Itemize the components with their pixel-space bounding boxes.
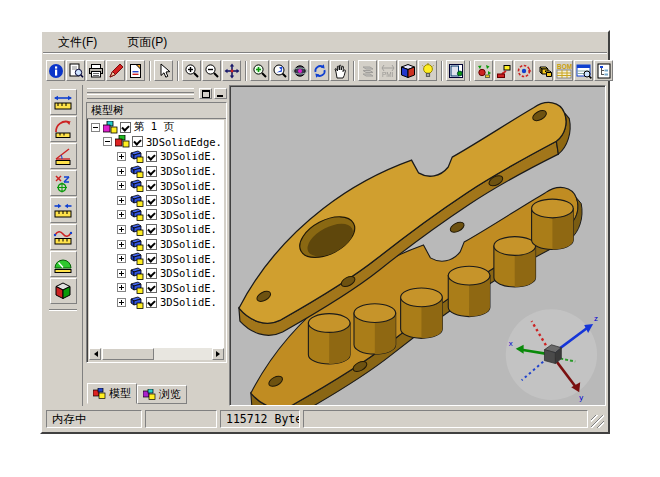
explode-button[interactable] [474, 60, 493, 81]
rotate-button[interactable] [310, 60, 329, 81]
zoom-area-button[interactable] [270, 60, 289, 81]
measure-angle-button[interactable] [50, 143, 77, 169]
tree-row-part[interactable]: 3DSolidE. [89, 149, 224, 164]
visibility-checkbox[interactable] [146, 224, 157, 235]
print-button[interactable] [86, 60, 105, 81]
visibility-checkbox[interactable] [120, 122, 131, 133]
part-properties-button[interactable] [574, 60, 593, 81]
measure-curve-length-icon [53, 227, 73, 247]
tree-row-part[interactable]: 3DSolidE. [89, 178, 224, 193]
move-part-icon [496, 63, 512, 79]
rotate-part-icon [516, 63, 532, 79]
status-message [303, 410, 588, 428]
tab-browse-label: 浏览 [159, 387, 181, 402]
visibility-checkbox[interactable] [132, 136, 143, 147]
tree-row-part[interactable]: 3DSolidE. [89, 208, 224, 223]
measure-curve-length-button[interactable] [50, 224, 77, 250]
tree-horizontal-scrollbar[interactable] [89, 348, 224, 360]
viewport-canvas[interactable]: z x y [229, 85, 606, 406]
main-toolbar: PMI BOM [42, 54, 608, 87]
light-button[interactable] [418, 60, 437, 81]
bom-button[interactable]: BOM [554, 60, 573, 81]
visibility-checkbox[interactable] [146, 151, 157, 162]
tab-browse[interactable]: 浏览 [137, 385, 187, 404]
tree-row-part[interactable]: 3DSolidE. [89, 193, 224, 208]
export-button[interactable] [126, 60, 145, 81]
measure-distance-button[interactable] [50, 89, 77, 115]
collapse-icon[interactable] [91, 123, 100, 132]
view-orientation-button[interactable] [398, 60, 417, 81]
visibility-checkbox[interactable] [146, 166, 157, 177]
visibility-checkbox[interactable] [146, 239, 157, 250]
render-settings-button[interactable] [446, 60, 465, 81]
part-icon [129, 194, 144, 207]
about-button[interactable] [46, 60, 65, 81]
expand-icon[interactable] [117, 196, 126, 205]
tree-row-part[interactable]: 3DSolidE. [89, 266, 224, 281]
model-tree[interactable]: 第 1 页 3DSolidEdge. 3DSolidE. 3DSolidE. 3… [89, 120, 224, 348]
measure-radius-button[interactable] [50, 116, 77, 142]
scrollbar-track[interactable] [154, 348, 212, 360]
tree-row-part[interactable]: 3DSolidE. [89, 164, 224, 179]
toolbar-separator [353, 61, 355, 81]
expand-icon[interactable] [117, 181, 126, 190]
expand-icon[interactable] [117, 283, 126, 292]
visibility-checkbox[interactable] [146, 209, 157, 220]
expand-icon[interactable] [117, 254, 126, 263]
expand-icon[interactable] [117, 167, 126, 176]
tree-row-part[interactable]: 3DSolidE. [89, 281, 224, 296]
visibility-checkbox[interactable] [146, 195, 157, 206]
expand-icon[interactable] [117, 269, 126, 278]
visibility-checkbox[interactable] [146, 297, 157, 308]
visibility-checkbox[interactable] [146, 180, 157, 191]
tree-row-assembly[interactable]: 3DSolidEdge. [89, 135, 224, 150]
expand-icon[interactable] [117, 240, 126, 249]
tree-row-label: 3DSolidE. [160, 209, 217, 221]
tree-row-label: 3DSolidE. [160, 282, 217, 294]
print-preview-button[interactable] [66, 60, 85, 81]
tree-row-part[interactable]: 3DSolidE. [89, 222, 224, 237]
measure-area-button[interactable] [50, 251, 77, 277]
panel-maximize-button[interactable] [199, 88, 212, 99]
scrollbar-thumb[interactable] [102, 348, 154, 360]
zoom-in-button[interactable] [182, 60, 201, 81]
structure-tree-button[interactable] [594, 60, 613, 81]
pan-button[interactable] [222, 60, 241, 81]
parts-list-button[interactable] [534, 60, 553, 81]
collapse-icon[interactable] [103, 137, 112, 146]
pmi-icon: PMI [380, 63, 396, 79]
visibility-checkbox[interactable] [146, 282, 157, 293]
part-icon [129, 150, 144, 163]
scroll-right-button[interactable] [212, 348, 224, 360]
hand-pan-button[interactable] [330, 60, 349, 81]
measure-volume-button[interactable] [50, 278, 77, 304]
measure-min-distance-button[interactable] [50, 197, 77, 223]
resize-grip[interactable] [591, 415, 604, 428]
expand-icon[interactable] [117, 298, 126, 307]
zoom-out-button[interactable] [202, 60, 221, 81]
markup-button[interactable] [106, 60, 125, 81]
expand-icon[interactable] [117, 152, 126, 161]
menu-page[interactable]: 页面(P) [125, 33, 169, 52]
tree-row-part[interactable]: 3DSolidE. [89, 295, 224, 310]
tree-row-part[interactable]: 3DSolidE. [89, 237, 224, 252]
measure-coordinate-button[interactable] [50, 170, 77, 196]
panel-drag-grip[interactable] [87, 88, 194, 100]
expand-icon[interactable] [117, 225, 126, 234]
layers-button [358, 60, 377, 81]
visibility-checkbox[interactable] [146, 253, 157, 264]
zoom-out-icon [204, 63, 220, 79]
tab-model[interactable]: 模型 [87, 383, 137, 404]
rotate-center-button[interactable] [290, 60, 309, 81]
visibility-checkbox[interactable] [146, 268, 157, 279]
menu-file[interactable]: 文件(F) [56, 33, 99, 52]
tree-row-part[interactable]: 3DSolidE. [89, 251, 224, 266]
move-part-button[interactable] [494, 60, 513, 81]
tree-row-page[interactable]: 第 1 页 [89, 120, 224, 135]
expand-icon[interactable] [117, 210, 126, 219]
scroll-left-button[interactable] [89, 348, 101, 360]
rotate-part-button[interactable] [514, 60, 533, 81]
zoom-window-button[interactable] [250, 60, 269, 81]
select-button[interactable] [154, 60, 173, 81]
panel-hide-button[interactable] [214, 88, 227, 99]
